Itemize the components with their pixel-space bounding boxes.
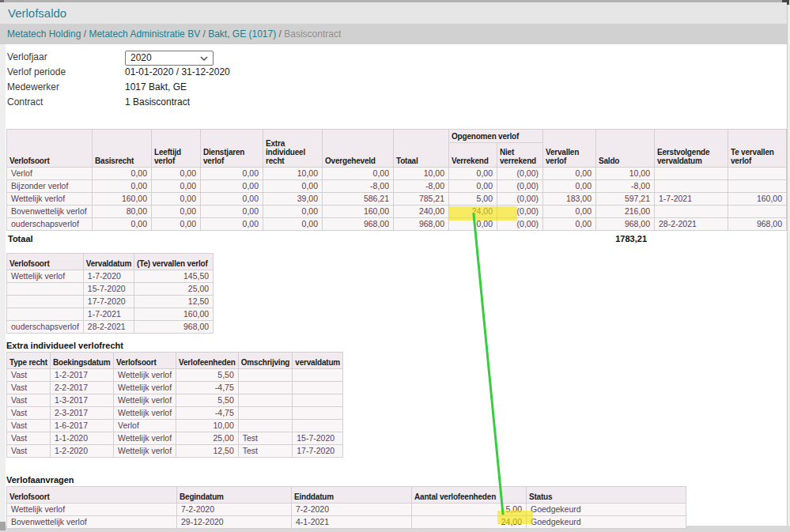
column-header: Aantal verlofeenheden — [412, 487, 527, 504]
breadcrumb-link[interactable]: Bakt, GE (1017) — [208, 28, 276, 40]
breadcrumb-separator: / — [276, 28, 284, 40]
column-header: Verlofsoort — [114, 353, 176, 369]
table-cell: Vast — [7, 382, 51, 394]
table-cell: 12,50 — [176, 445, 239, 458]
column-header: Begindatum — [177, 487, 292, 504]
table-cell: 968,00 — [728, 218, 787, 231]
table-cell — [655, 168, 728, 180]
form-row-contract: Contract1 Basiscontract — [7, 95, 230, 110]
table-cell: 17-7-2020 — [83, 296, 134, 308]
table-row: Vast1-6-2017Verlof10,00 — [7, 420, 343, 432]
column-header: Verlofsoort — [7, 487, 177, 504]
table-cell: 0,00 — [201, 218, 263, 231]
form-row-verlofjaar: Verlofjaar 2020 — [7, 50, 230, 65]
table-cell: 968,00 — [394, 218, 449, 231]
table-cell: 0,00 — [201, 168, 263, 180]
left-gutter — [0, 44, 6, 526]
page-title: Verlofsaldo — [0, 2, 787, 24]
table-cell: (0,00) — [497, 180, 543, 193]
table-cell: 0,00 — [201, 206, 263, 218]
table-row: ouderschapsverlof0,000,000,000,00968,009… — [7, 218, 787, 231]
table-cell: ouderschapsverlof — [7, 321, 84, 334]
table-cell: Vast — [7, 369, 51, 382]
table-cell — [655, 180, 728, 193]
table-cell: Wettelijk verlof — [114, 369, 176, 382]
contract-label: Contract — [7, 95, 125, 110]
balance-table: Verlofsoort Basisrecht Leeftijd verlof D… — [6, 129, 787, 231]
column-header: Saldo — [596, 130, 655, 168]
table-cell: -8,00 — [394, 180, 449, 193]
table-cell: 0,00 — [323, 168, 394, 180]
annotation-connector-line — [474, 214, 503, 514]
table-cell: 10,00 — [263, 168, 323, 180]
table-cell — [293, 382, 343, 394]
contract-value: 1 Basiscontract — [125, 96, 190, 108]
table-cell: Bovenwettelijk verlof — [7, 206, 93, 218]
column-header: Leeftijd verlof — [152, 130, 201, 168]
total-label: Totaal — [8, 232, 33, 245]
table-cell: 5,00 — [449, 193, 497, 206]
table-cell: 5,50 — [176, 369, 239, 382]
column-header: Type recht — [7, 353, 51, 369]
table-cell: Wettelijk verlof — [114, 407, 176, 420]
table-cell: 160,00 — [93, 193, 152, 206]
table-cell — [7, 308, 84, 321]
table-cell: 29-12-2020 — [177, 516, 292, 529]
table-cell: Wettelijk verlof — [7, 270, 84, 283]
table-row: 17-7-202012,50 — [7, 296, 214, 308]
table-cell: 15-7-2020 — [83, 283, 134, 296]
column-header: Vervaldatum — [83, 254, 134, 270]
table-cell: 28-2-2021 — [655, 218, 728, 231]
table-cell — [238, 407, 293, 420]
breadcrumb-link[interactable]: Metatech Holding — [7, 28, 81, 40]
table-cell: 183,00 — [543, 193, 596, 206]
table-cell: Wettelijk verlof — [114, 445, 176, 458]
verlofsaldo-page: Verlofsaldo Metatech Holding / Metatech … — [0, 0, 790, 532]
table-cell: 15-7-2020 — [293, 432, 343, 445]
column-header: (Te) vervallen verlof — [134, 254, 214, 270]
column-header: Verrekend — [449, 143, 497, 168]
verlof-periode-label: Verlof periode — [7, 65, 125, 80]
table-cell: Wettelijk verlof — [7, 504, 177, 516]
right-edge-line — [787, 0, 788, 526]
table-row: Wettelijk verlof160,000,000,0039,00586,2… — [7, 193, 787, 206]
table-cell: 0,00 — [543, 168, 596, 180]
table-cell: 1-3-2017 — [51, 394, 114, 407]
table-row: Vast1-2-2020Wettelijk verlof12,50Test17-… — [7, 445, 343, 458]
table-cell: Vast — [7, 420, 51, 432]
verlofjaar-select[interactable]: 2020 — [125, 51, 214, 66]
table-row: 1-7-2021160,00 — [7, 308, 214, 321]
column-header: Te vervallen verlof — [728, 130, 787, 168]
table-cell: 785,21 — [394, 193, 449, 206]
table-cell: 0,00 — [263, 180, 323, 193]
table-cell: 968,00 — [596, 218, 655, 231]
table-cell: 5,50 — [176, 394, 239, 407]
table-cell: 25,00 — [134, 283, 214, 296]
table-cell: 0,00 — [263, 218, 323, 231]
table-row: Vast2-2-2017Wettelijk verlof-4,75 — [7, 382, 343, 394]
table-cell: 0,00 — [93, 168, 152, 180]
verlofjaar-selected-value: 2020 — [126, 52, 152, 63]
breadcrumb-separator: / — [81, 28, 89, 40]
table-cell — [238, 420, 293, 432]
table-cell: Verlof — [114, 420, 176, 432]
table-row: Wettelijk verlof1-7-2020145,50 — [7, 270, 214, 283]
form-row-verlof-periode: Verlof periode01-01-2020 / 31-12-2020 — [7, 65, 230, 80]
breadcrumb-link[interactable]: Metatech Administratie BV — [89, 28, 200, 40]
table-cell: -8,00 — [596, 180, 655, 193]
table-cell: -8,00 — [323, 180, 394, 193]
form-row-medewerker: Medewerker1017 Bakt, GE — [7, 80, 230, 95]
expiry-table: VerlofsoortVervaldatum(Te) vervallen ver… — [6, 253, 214, 334]
table-cell: ouderschapsverlof — [7, 218, 93, 231]
table-cell: 5,00 — [412, 504, 527, 516]
table-cell: Vast — [7, 432, 51, 445]
column-header: Dienstjaren verlof — [201, 130, 263, 168]
table-cell: 240,00 — [394, 206, 449, 218]
total-value: 1783,21 — [615, 232, 647, 245]
table-cell — [7, 296, 84, 308]
table-cell: 17-7-2020 — [293, 445, 343, 458]
column-header: Extra individueel recht — [263, 130, 323, 168]
table-cell — [293, 369, 343, 382]
table-cell: 597,21 — [596, 193, 655, 206]
table-cell — [293, 420, 343, 432]
